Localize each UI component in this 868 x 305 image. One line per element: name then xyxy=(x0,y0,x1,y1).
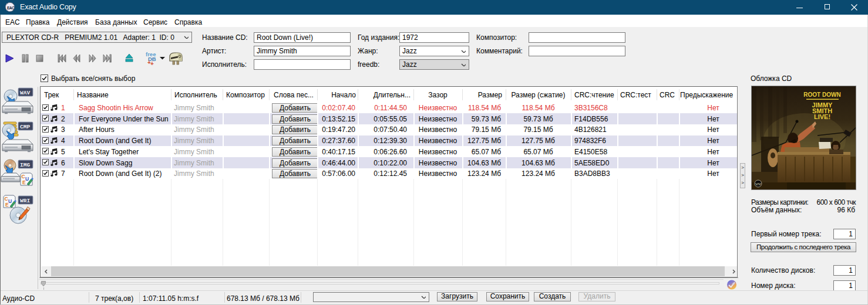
svg-text:IMG: IMG xyxy=(20,162,30,168)
svg-text:CMP: CMP xyxy=(20,124,30,130)
svg-text:V/V: V/V xyxy=(755,182,761,186)
svg-text:+: + xyxy=(150,60,154,67)
svg-text:ROOT DOWN: ROOT DOWN xyxy=(803,92,840,98)
svg-text:LIVE!: LIVE! xyxy=(814,113,830,120)
svg-text:WAV: WAV xyxy=(20,90,30,96)
svg-text:WRI: WRI xyxy=(20,198,30,204)
